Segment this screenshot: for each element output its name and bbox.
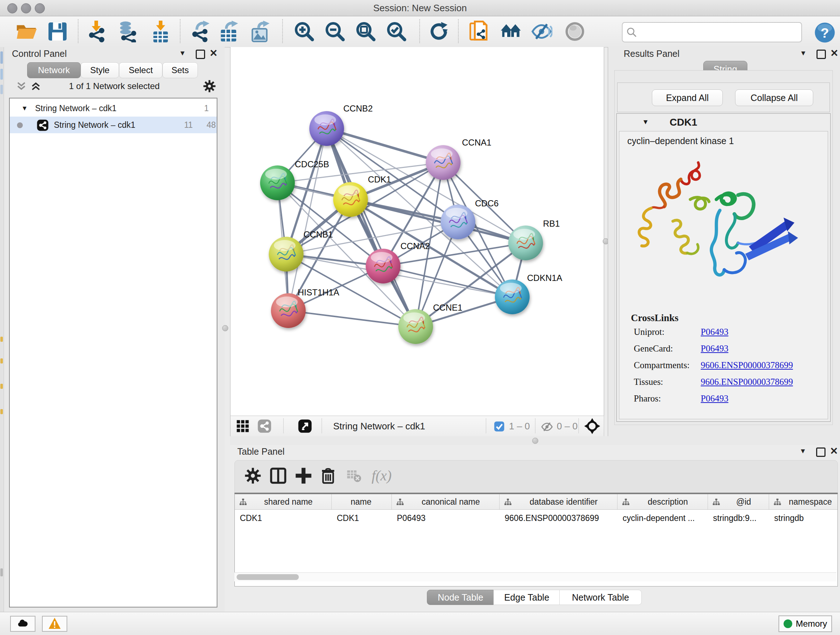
- node-CDK1[interactable]: [333, 182, 368, 217]
- hide-glass-ball-button[interactable]: [530, 20, 553, 43]
- table-panel-close-icon[interactable]: ✕: [830, 447, 838, 455]
- memory-button[interactable]: Memory: [778, 616, 832, 632]
- houses-button[interactable]: [499, 20, 523, 43]
- left-splitter-grip-icon[interactable]: [222, 325, 228, 331]
- node-CCNB2[interactable]: [309, 111, 344, 146]
- export-network-button[interactable]: [189, 20, 212, 43]
- results-panel-close-icon[interactable]: ✕: [830, 49, 838, 57]
- results-panel-float-icon[interactable]: [816, 50, 826, 59]
- crosslink-link[interactable]: P06493: [701, 327, 728, 337]
- function-builder-button[interactable]: f(x): [368, 466, 401, 486]
- column-header-shared-name[interactable]: shared name: [235, 494, 332, 509]
- node-HIST1H1A[interactable]: [271, 293, 306, 328]
- import-network-database-button[interactable]: [116, 20, 139, 43]
- glass-ball-effect-button[interactable]: [563, 20, 586, 43]
- column-header-name[interactable]: name: [332, 494, 392, 509]
- splitter-grip-icon[interactable]: [532, 438, 538, 444]
- table-settings-button[interactable]: [241, 466, 262, 486]
- node-RB1[interactable]: [508, 226, 543, 260]
- network-style-icon[interactable]: [257, 419, 272, 433]
- node-CCNE1[interactable]: [398, 309, 433, 344]
- birdseye-crosshair-icon[interactable]: [584, 418, 600, 434]
- expand-all-chevron-icon[interactable]: [30, 80, 42, 92]
- cell-@id[interactable]: stringdb:9...: [713, 511, 767, 525]
- tab-select[interactable]: Select: [119, 62, 163, 78]
- zoom-out-button[interactable]: [324, 20, 347, 43]
- control-panel-float-icon[interactable]: [196, 50, 205, 59]
- node-CDC25B[interactable]: [260, 165, 295, 200]
- export-table-button[interactable]: [218, 20, 240, 43]
- open-session-button[interactable]: [15, 20, 38, 43]
- detach-view-icon[interactable]: [298, 419, 312, 433]
- collapse-all-button[interactable]: Collapse All: [735, 89, 813, 106]
- edge-CCNB2-CCNE1[interactable]: [327, 128, 416, 326]
- horizontal-splitter[interactable]: [230, 436, 840, 445]
- network-collection-row[interactable]: ▼ String Network – cdk1 1: [10, 100, 217, 117]
- import-network-file-button[interactable]: [85, 20, 108, 43]
- column-header-database-identifier[interactable]: database identifier: [500, 494, 617, 509]
- zoom-fit-button[interactable]: [354, 20, 377, 43]
- import-table-file-button[interactable]: [149, 20, 172, 43]
- column-header-@id[interactable]: @id: [708, 494, 769, 509]
- help-button[interactable]: ?: [813, 21, 836, 44]
- column-header-namespace[interactable]: namespace: [769, 494, 840, 509]
- results-panel-collapse-icon[interactable]: ▼: [800, 49, 807, 57]
- grid-view-icon[interactable]: [236, 420, 249, 432]
- refresh-view-button[interactable]: [427, 20, 450, 43]
- collection-expand-triangle-icon[interactable]: ▼: [21, 100, 28, 117]
- edge-CCNB2-HIST1H1A[interactable]: [288, 128, 327, 310]
- delete-column-button[interactable]: [317, 466, 338, 486]
- tab-sets[interactable]: Sets: [163, 62, 198, 78]
- edge-CDK1-RB1[interactable]: [351, 200, 526, 243]
- warnings-button[interactable]: [42, 616, 67, 632]
- cell-canonical-name[interactable]: P06493: [397, 511, 497, 525]
- edge-HIST1H1A-CCNE1[interactable]: [288, 310, 416, 326]
- cell-namespace[interactable]: stringdb: [774, 511, 839, 525]
- network-graph[interactable]: CCNB2CCNA1CDC25BCDK1CDC6RB1CCNB1CCNA2CDK…: [231, 47, 604, 416]
- tab-edge-table[interactable]: Edge Table: [493, 590, 560, 605]
- hidden-eye-slash-icon[interactable]: [541, 421, 553, 433]
- add-column-button[interactable]: [292, 466, 313, 486]
- cell-description[interactable]: cyclin-dependent ...: [622, 511, 706, 525]
- network-view-canvas[interactable]: CCNB2CCNA1CDC25BCDK1CDC6RB1CCNB1CCNA2CDK…: [230, 47, 604, 416]
- table-panel-collapse-icon[interactable]: ▼: [799, 447, 806, 455]
- edge-CCNB2-CCNA1[interactable]: [327, 128, 443, 163]
- tab-network-table[interactable]: Network Table: [559, 590, 642, 605]
- node-CDC6[interactable]: [441, 204, 475, 239]
- collapse-all-chevron-icon[interactable]: [16, 80, 27, 92]
- zoom-selected-button[interactable]: [385, 20, 408, 43]
- expand-all-button[interactable]: Expand All: [652, 89, 723, 106]
- crosslink-link[interactable]: P06493: [701, 344, 728, 354]
- gene-collapse-triangle-icon[interactable]: ▼: [642, 118, 649, 126]
- table-hscrollbar-thumb[interactable]: [237, 574, 299, 580]
- network-options-gear-icon[interactable]: [202, 79, 217, 93]
- node-CDKN1A[interactable]: [495, 279, 530, 314]
- network-row[interactable]: String Network – cdk1 11 48: [10, 117, 217, 133]
- node-CCNA2[interactable]: [366, 249, 401, 283]
- control-panel-close-icon[interactable]: ✕: [210, 49, 218, 57]
- tab-network[interactable]: Network: [27, 62, 81, 78]
- table-hscrollbar[interactable]: [234, 572, 836, 581]
- table-panel-float-icon[interactable]: [816, 448, 826, 457]
- export-image-button[interactable]: [249, 20, 272, 43]
- string-document-button[interactable]: [468, 20, 491, 43]
- delete-table-button[interactable]: [343, 466, 364, 486]
- tab-style[interactable]: Style: [81, 62, 119, 78]
- zoom-in-button[interactable]: [293, 20, 316, 43]
- selected-checkbox-icon[interactable]: [494, 421, 505, 432]
- save-session-button[interactable]: [46, 20, 69, 43]
- column-header-description[interactable]: description: [617, 494, 708, 509]
- control-panel-collapse-icon[interactable]: ▼: [179, 49, 186, 57]
- column-header-canonical-name[interactable]: canonical name: [392, 494, 500, 509]
- tab-node-table[interactable]: Node Table: [427, 590, 494, 605]
- node-CCNB1[interactable]: [269, 237, 303, 272]
- node-CCNA1[interactable]: [426, 145, 461, 180]
- show-columns-button[interactable]: [267, 466, 287, 486]
- cell-database-identifier[interactable]: 9606.ENSP00000378699: [505, 511, 615, 525]
- crosslink-link[interactable]: 9606.ENSP00000378699: [701, 360, 793, 371]
- search-input[interactable]: [640, 24, 797, 40]
- crosslink-link[interactable]: P06493: [701, 394, 728, 404]
- cell-name[interactable]: CDK1: [337, 511, 390, 525]
- cell-shared-name[interactable]: CDK1: [240, 511, 330, 525]
- crosslink-link[interactable]: 9606.ENSP00000378699: [701, 377, 793, 387]
